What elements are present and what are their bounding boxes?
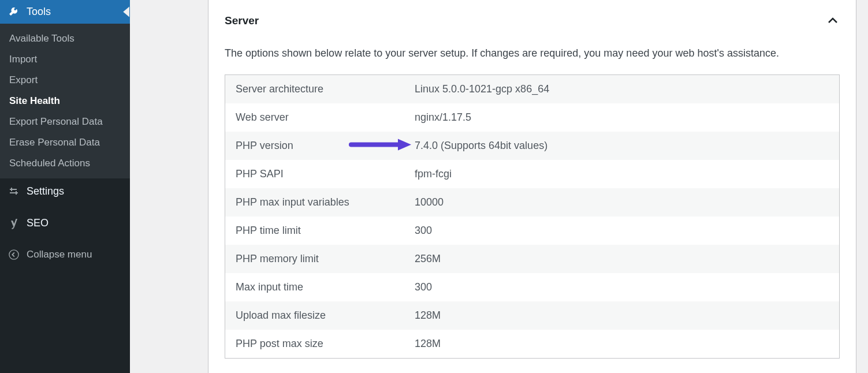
sidebar-item-scheduled-actions[interactable]: Scheduled Actions bbox=[0, 153, 130, 174]
sidebar-collapse-menu[interactable]: Collapse menu bbox=[0, 242, 130, 267]
sidebar-menu-tools[interactable]: Tools bbox=[0, 0, 130, 24]
admin-sidebar: Tools Available Tools Import Export Site… bbox=[0, 0, 130, 373]
info-value: 128M bbox=[415, 338, 441, 350]
yoast-icon bbox=[8, 218, 20, 229]
sidebar-item-erase-personal-data[interactable]: Erase Personal Data bbox=[0, 132, 130, 153]
sidebar-item-export[interactable]: Export bbox=[0, 70, 130, 91]
svg-marker-0 bbox=[123, 7, 129, 17]
info-label: PHP SAPI bbox=[236, 168, 415, 180]
info-value: nginx/1.17.5 bbox=[415, 111, 471, 124]
table-row: Server architecture Linux 5.0.0-1021-gcp… bbox=[225, 75, 839, 103]
sliders-icon bbox=[8, 186, 20, 197]
sidebar-item-site-health[interactable]: Site Health bbox=[0, 91, 130, 111]
sidebar-menu-tools-label: Tools bbox=[27, 6, 51, 18]
info-value: 128M bbox=[415, 309, 441, 322]
sidebar-collapse-label: Collapse menu bbox=[27, 249, 92, 260]
info-label: Upload max filesize bbox=[236, 309, 415, 322]
info-value: Linux 5.0.0-1021-gcp x86_64 bbox=[415, 83, 549, 95]
svg-point-1 bbox=[9, 250, 18, 259]
table-row: PHP version 7.4.0 (Supports 64bit values… bbox=[225, 132, 839, 160]
server-panel-description: The options shown below relate to your s… bbox=[208, 38, 856, 74]
sidebar-menu-settings[interactable]: Settings bbox=[0, 178, 130, 204]
table-row: PHP SAPI fpm-fcgi bbox=[225, 160, 839, 188]
info-value: 300 bbox=[415, 225, 432, 237]
server-panel-title: Server bbox=[225, 14, 259, 27]
info-label: Max input time bbox=[236, 281, 415, 293]
table-row: Upload max filesize 128M bbox=[225, 301, 839, 330]
table-row: Max input time 300 bbox=[225, 273, 839, 301]
info-label: Web server bbox=[236, 111, 415, 124]
info-value: 10000 bbox=[415, 196, 444, 208]
wrench-icon bbox=[8, 6, 20, 18]
sidebar-menu-settings-label: Settings bbox=[27, 185, 64, 197]
sidebar-item-available-tools[interactable]: Available Tools bbox=[0, 28, 130, 49]
info-value: 300 bbox=[415, 281, 432, 293]
info-value: 7.4.0 (Supports 64bit values) bbox=[415, 140, 547, 152]
sidebar-menu-seo[interactable]: SEO bbox=[0, 210, 130, 236]
server-panel: Server The options shown below relate to… bbox=[208, 0, 856, 373]
sidebar-submenu: Available Tools Import Export Site Healt… bbox=[0, 24, 130, 178]
collapse-arrow-icon bbox=[8, 249, 20, 260]
table-row: PHP memory limit 256M bbox=[225, 245, 839, 273]
sidebar-item-export-personal-data[interactable]: Export Personal Data bbox=[0, 111, 130, 132]
table-row: PHP post max size 128M bbox=[225, 330, 839, 358]
info-label: Server architecture bbox=[236, 83, 415, 95]
chevron-up-icon bbox=[826, 14, 840, 28]
table-row: PHP time limit 300 bbox=[225, 217, 839, 245]
menu-active-arrow-icon bbox=[118, 0, 130, 24]
table-row: PHP max input variables 10000 bbox=[225, 188, 839, 217]
info-value: 256M bbox=[415, 253, 441, 265]
server-panel-header[interactable]: Server bbox=[208, 0, 856, 38]
sidebar-menu-seo-label: SEO bbox=[27, 217, 49, 229]
info-value: fpm-fcgi bbox=[415, 168, 452, 180]
table-row: Web server nginx/1.17.5 bbox=[225, 103, 839, 132]
info-label: PHP memory limit bbox=[236, 253, 415, 265]
sidebar-item-import[interactable]: Import bbox=[0, 49, 130, 70]
info-label: PHP max input variables bbox=[236, 196, 415, 208]
main-content: Server The options shown below relate to… bbox=[130, 0, 868, 373]
info-label: PHP version bbox=[236, 140, 415, 152]
info-label: PHP post max size bbox=[236, 338, 415, 350]
info-label: PHP time limit bbox=[236, 225, 415, 237]
server-info-table: Server architecture Linux 5.0.0-1021-gcp… bbox=[225, 74, 840, 359]
